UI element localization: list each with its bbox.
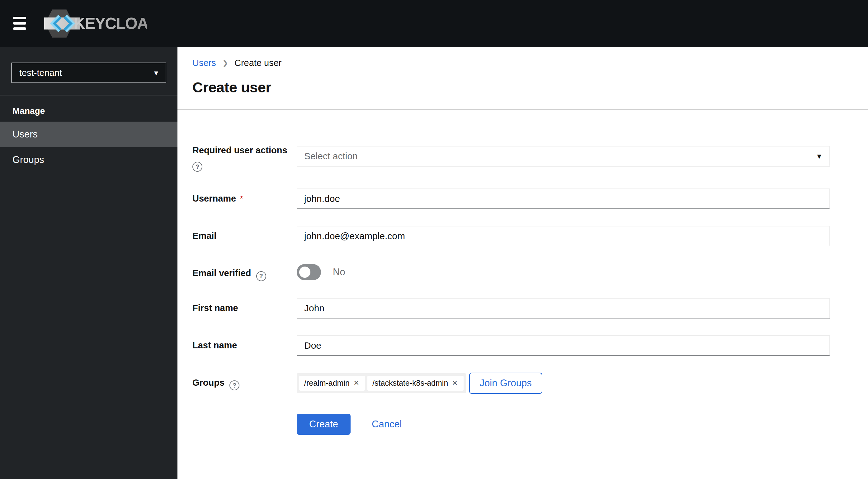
realm-selector[interactable]: test-tenant ▾: [11, 63, 166, 83]
page-title: Create user: [192, 79, 868, 96]
chip-remove-icon[interactable]: ✕: [448, 379, 461, 387]
toggle-knob: [299, 267, 310, 278]
form-row-email-verified: Email verified? No: [192, 263, 868, 281]
nav-toggle-hamburger-icon[interactable]: [13, 17, 26, 30]
first-name-label: First name: [192, 303, 238, 313]
hamburger-bar: [13, 27, 26, 30]
groups-chip-group: /realm-admin ✕ /stackstate-k8s-admin ✕: [297, 373, 466, 393]
form-row-required-actions: Required user actions ? ▾: [192, 140, 868, 172]
hamburger-bar: [13, 17, 26, 19]
group-chip: /stackstate-k8s-admin ✕: [367, 376, 463, 391]
required-asterisk: *: [240, 194, 243, 203]
caret-down-icon: ▾: [154, 69, 158, 77]
nav-section-title: Manage: [12, 106, 178, 116]
email-verified-label: Email verified: [192, 268, 251, 278]
sidebar-item-label: Groups: [12, 154, 44, 166]
form-row-username: Username*: [192, 189, 868, 209]
sidebar-item-label: Users: [12, 129, 38, 140]
create-user-form: Required user actions ? ▾ Username*: [178, 110, 868, 452]
form-row-last-name: Last name: [192, 335, 868, 356]
groups-label: Groups: [192, 378, 224, 387]
username-input[interactable]: [297, 189, 830, 209]
required-actions-label: Required user actions: [192, 145, 287, 155]
form-actions: Create Cancel: [192, 414, 868, 435]
breadcrumb-current: Create user: [235, 58, 282, 68]
breadcrumb-users-link[interactable]: Users: [192, 58, 216, 68]
username-label: Username: [192, 194, 236, 203]
last-name-input[interactable]: [297, 335, 830, 356]
help-icon[interactable]: ?: [229, 380, 240, 390]
realm-selector-value: test-tenant: [19, 68, 62, 78]
form-row-first-name: First name: [192, 298, 868, 318]
help-icon[interactable]: ?: [256, 271, 266, 281]
main-content: Users ❯ Create user Create user Required…: [178, 47, 868, 479]
email-verified-state: No: [333, 267, 345, 278]
sidebar-item-users[interactable]: Users: [0, 122, 178, 147]
keycloak-logo[interactable]: KEYCLOAK: [44, 8, 147, 39]
sidebar-item-groups[interactable]: Groups: [0, 147, 178, 173]
chevron-right-icon: ❯: [222, 59, 228, 67]
breadcrumb: Users ❯ Create user: [192, 58, 868, 68]
sidebar: test-tenant ▾ Manage Users Groups: [0, 47, 178, 479]
form-row-email: Email: [192, 226, 868, 246]
chip-remove-icon[interactable]: ✕: [350, 379, 363, 387]
cancel-link[interactable]: Cancel: [372, 419, 402, 430]
keycloak-admin-console: KEYCLOAK test-tenant ▾ Manage Users Grou…: [0, 0, 868, 479]
group-chip-label: /realm-admin: [304, 379, 350, 387]
create-button[interactable]: Create: [297, 414, 350, 435]
email-label: Email: [192, 231, 216, 241]
brand-wordmark: KEYCLOAK: [74, 14, 147, 32]
last-name-label: Last name: [192, 340, 237, 350]
email-verified-toggle[interactable]: [297, 264, 321, 280]
help-icon[interactable]: ?: [192, 162, 203, 172]
form-row-groups: Groups? /realm-admin ✕: [192, 373, 868, 394]
sidebar-nav: Manage Users Groups: [0, 96, 178, 173]
masthead: KEYCLOAK: [0, 0, 868, 47]
required-actions-select[interactable]: [297, 146, 830, 166]
first-name-input[interactable]: [297, 298, 830, 318]
join-groups-button[interactable]: Join Groups: [469, 373, 542, 394]
group-chip-label: /stackstate-k8s-admin: [372, 379, 448, 387]
hamburger-bar: [13, 22, 26, 25]
email-input[interactable]: [297, 226, 830, 246]
group-chip: /realm-admin ✕: [299, 376, 365, 391]
